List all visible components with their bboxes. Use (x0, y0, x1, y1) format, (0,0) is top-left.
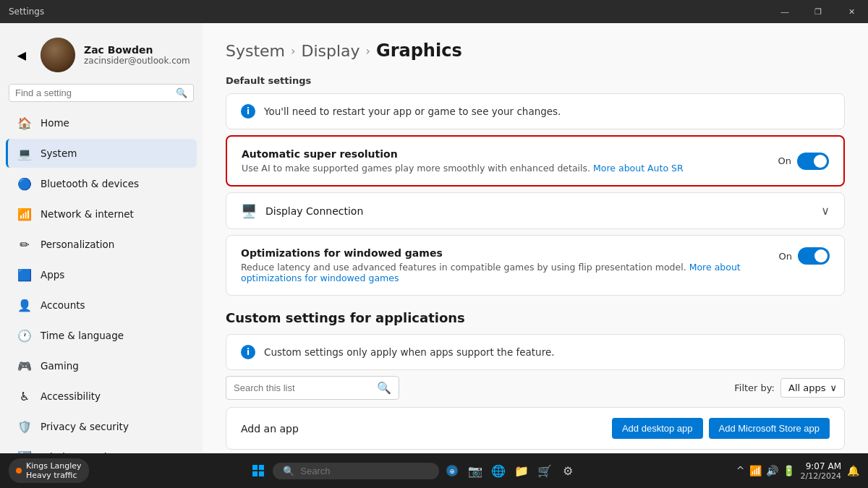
windowed-games-toggle[interactable] (798, 247, 830, 265)
volume-tray-icon[interactable]: 🔊 (766, 465, 778, 476)
notification-icon[interactable]: 🔔 (847, 465, 859, 476)
info-icon: i (241, 104, 255, 119)
find-setting-input[interactable] (15, 87, 171, 98)
taskbar-store-icon[interactable]: 🛒 (535, 461, 555, 481)
windows-logo-icon (252, 465, 264, 476)
gaming-icon: 🎮 (17, 359, 32, 373)
nav-item-apps[interactable]: 🟦 Apps (6, 260, 197, 289)
list-search-box[interactable]: 🔍 (226, 376, 399, 400)
add-desktop-app-button[interactable]: Add desktop app (612, 418, 703, 439)
nav-item-privacy[interactable]: 🛡️ Privacy & security (6, 412, 197, 441)
nav-item-updates[interactable]: 🔄 Windows Update (6, 442, 197, 453)
list-search-icon: 🔍 (377, 381, 391, 395)
nav-item-home[interactable]: 🏠 Home (6, 108, 197, 137)
add-store-app-button[interactable]: Add Microsoft Store app (709, 418, 830, 439)
nav-item-accessibility[interactable]: ♿ Accessibility (6, 382, 197, 411)
nav-label-gaming: Gaming (41, 360, 79, 372)
nav-label-bluetooth: Bluetooth & devices (41, 178, 139, 189)
close-button[interactable]: ✕ (835, 0, 868, 23)
traffic-info: Kings Langley Heavy traffic (26, 461, 82, 480)
clock-date: 2/12/2024 (801, 471, 841, 481)
add-app-buttons: Add desktop app Add Microsoft Store app (612, 418, 830, 439)
traffic-widget[interactable]: Kings Langley Heavy traffic (9, 458, 89, 483)
nav-item-bluetooth[interactable]: 🔵 Bluetooth & devices (6, 169, 197, 198)
tray-chevron-icon[interactable]: ^ (736, 465, 745, 476)
auto-sr-card: Automatic super resolution Use AI to mak… (226, 135, 845, 187)
minimize-button[interactable]: — (768, 0, 801, 23)
accessibility-icon: ♿ (17, 389, 32, 403)
network-tray-icon[interactable]: 📶 (749, 465, 762, 476)
svg-rect-0 (252, 465, 258, 470)
nav-item-personalization[interactable]: ✏️ Personalization (6, 230, 197, 259)
svg-text:⊕: ⊕ (449, 468, 455, 475)
nav-label-accessibility: Accessibility (41, 390, 101, 402)
nav-label-personalization: Personalization (41, 239, 114, 250)
nav-item-network[interactable]: 📶 Network & internet (6, 200, 197, 228)
windowed-games-toggle-group: On (779, 247, 830, 265)
auto-sr-desc-text: Use AI to make supported games play more… (242, 163, 590, 174)
clock-time: 9:07 AM (801, 461, 841, 471)
breadcrumb-system[interactable]: System (226, 42, 285, 60)
find-setting-box[interactable]: 🔍 (9, 84, 194, 102)
auto-sr-toggle[interactable] (797, 153, 829, 170)
nav-item-system[interactable]: 💻 System (6, 139, 197, 168)
taskbar-left: Kings Langley Heavy traffic (9, 458, 89, 483)
windowed-games-text: Optimizations for windowed games Reduce … (241, 247, 779, 283)
time-icon: 🕐 (17, 328, 32, 343)
add-app-label: Add an app (241, 423, 299, 435)
taskbar-edge-icon[interactable]: 🌐 (488, 461, 509, 481)
display-connection-card[interactable]: 🖥️ Display Connection ∨ (226, 192, 845, 229)
windowed-games-title: Optimizations for windowed games (241, 247, 779, 259)
accounts-icon: 👤 (17, 298, 32, 312)
breadcrumb: System › Display › Graphics (226, 40, 845, 61)
privacy-icon: 🛡️ (17, 419, 32, 434)
windowed-games-desc-text: Reduce latency and use advanced features… (241, 262, 686, 273)
auto-sr-card-text: Automatic super resolution Use AI to mak… (242, 148, 778, 174)
nav-label-apps: Apps (41, 269, 64, 281)
restore-button[interactable]: ❐ (801, 0, 835, 23)
breadcrumb-display[interactable]: Display (301, 42, 359, 60)
breadcrumb-sep-2: › (366, 44, 370, 58)
auto-sr-toggle-label: On (778, 155, 791, 166)
find-setting-icon: 🔍 (176, 87, 187, 98)
taskbar-capture-icon[interactable]: 📷 (465, 461, 485, 481)
nav-label-system: System (41, 147, 77, 159)
taskbar-right: ^ 📶 🔊 🔋 9:07 AM 2/12/2024 🔔 (736, 461, 859, 481)
avatar (41, 38, 75, 72)
nav-item-gaming[interactable]: 🎮 Gaming (6, 351, 197, 380)
titlebar-title: Settings (9, 7, 44, 17)
windows-start-button[interactable] (247, 459, 270, 482)
display-connection-icon: 🖥️ (241, 203, 257, 218)
back-button[interactable]: ◀ (12, 45, 32, 65)
auto-sr-link[interactable]: More about Auto SR (593, 163, 684, 174)
breadcrumb-sep-1: › (291, 44, 295, 58)
taskbar-widgets-icon[interactable]: ⊕ (442, 461, 462, 481)
taskbar-center: 🔍 ⊕ 📷 🌐 📁 🛒 ⚙️ (247, 459, 578, 482)
list-search-row: 🔍 Filter by: All apps ∨ (226, 376, 845, 400)
default-settings-heading: Default settings (226, 75, 845, 86)
taskbar: Kings Langley Heavy traffic 🔍 ⊕ 📷 🌐 (0, 453, 868, 488)
taskbar-search-input[interactable] (300, 466, 429, 476)
user-profile: ◀ Zac Bowden zacinsider@outlook.com (0, 23, 203, 84)
titlebar: Settings — ❐ ✕ (0, 0, 868, 23)
clock[interactable]: 9:07 AM 2/12/2024 (801, 461, 841, 481)
taskbar-search-box[interactable]: 🔍 (273, 463, 439, 479)
nav-item-accounts[interactable]: 👤 Accounts (6, 291, 197, 320)
filter-select[interactable]: All apps ∨ (780, 378, 845, 398)
filter-label: Filter by: (734, 382, 775, 393)
list-search-input[interactable] (234, 382, 371, 393)
main-content: System › Display › Graphics Default sett… (203, 23, 868, 453)
auto-sr-desc: Use AI to make supported games play more… (242, 163, 778, 174)
titlebar-controls: — ❐ ✕ (768, 0, 868, 23)
bluetooth-icon: 🔵 (17, 176, 32, 191)
battery-tray-icon[interactable]: 🔋 (783, 465, 795, 476)
taskbar-files-icon[interactable]: 📁 (511, 461, 532, 481)
svg-rect-1 (259, 465, 264, 470)
custom-info-text: Custom settings only apply when apps sup… (264, 346, 555, 358)
personalization-icon: ✏️ (17, 237, 32, 252)
nav-label-network: Network & internet (41, 208, 134, 220)
taskbar-search-icon: 🔍 (283, 466, 294, 476)
nav-item-time[interactable]: 🕐 Time & language (6, 321, 197, 350)
main-window: ◀ Zac Bowden zacinsider@outlook.com 🔍 🏠 … (0, 23, 868, 453)
taskbar-settings-icon[interactable]: ⚙️ (558, 461, 578, 481)
